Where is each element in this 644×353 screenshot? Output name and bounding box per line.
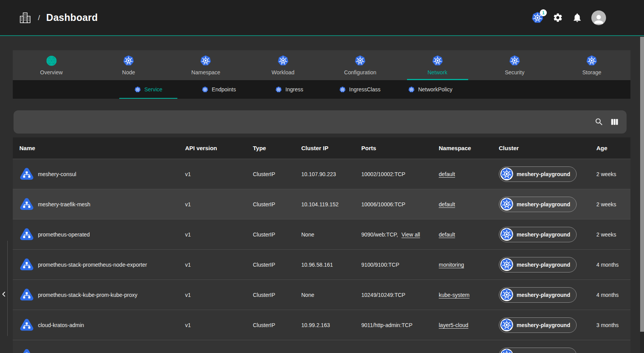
column-header-name[interactable]: Name <box>13 145 185 151</box>
dashboard-app: / Dashboard 1 Overview <box>0 0 644 353</box>
sub-tab-label: IngressClass <box>349 86 381 93</box>
column-header-ports[interactable]: Ports <box>361 145 439 151</box>
view-all-ports-link[interactable]: View all <box>402 231 420 238</box>
table-header-row: NameAPI versionTypeCluster IPPortsNamesp… <box>13 137 630 159</box>
namespace-link[interactable]: default <box>439 201 455 207</box>
resource-tab-label: Configuration <box>344 69 376 75</box>
sub-tab[interactable]: IngressClass <box>325 80 395 99</box>
cluster-cell: meshery-playground <box>499 348 596 353</box>
resource-tab[interactable]: Configuration <box>322 50 399 80</box>
resource-tab[interactable]: Security <box>476 50 553 80</box>
column-header-age[interactable]: Age <box>596 145 630 151</box>
ports-value: 10002/10002:TCP <box>361 171 405 177</box>
cluster-cell: meshery-playground <box>499 287 596 303</box>
namespace-link[interactable]: layer5-cloud <box>439 322 468 328</box>
sub-tab-label: NetworkPolicy <box>418 86 453 93</box>
meshery-icon <box>46 55 57 67</box>
namespace-link[interactable]: kube-system <box>439 292 469 298</box>
settings-gear-icon[interactable] <box>553 12 563 23</box>
age-cell: 3 months <box>596 322 630 328</box>
table-row[interactable]: prometheus-stack-kube-prom-kube-proxy v1… <box>13 279 630 310</box>
view-columns-icon[interactable] <box>610 117 619 127</box>
cluster-chip[interactable]: meshery-playground <box>499 287 577 303</box>
kubernetes-icon <box>123 55 134 67</box>
service-name: prometheus-stack-kube-prom-kube-proxy <box>38 292 137 298</box>
ports-cell: 9090/web:TCP,View all <box>361 231 439 238</box>
table-row[interactable]: meshery-traefik-mesh v1 ClusterIP 10.104… <box>13 189 630 219</box>
column-header-cluster[interactable]: Cluster <box>499 145 596 151</box>
kubernetes-context-button[interactable]: 1 <box>531 12 544 24</box>
api-version-cell: v1 <box>185 322 253 328</box>
sub-tab[interactable]: Ingress <box>254 80 325 99</box>
name-cell: prometheus-stack-prometheus-node-exporte… <box>13 257 185 272</box>
column-header-cluster-ip[interactable]: Cluster IP <box>301 145 361 151</box>
user-avatar[interactable] <box>591 10 606 25</box>
resource-tab[interactable]: Network <box>399 50 476 80</box>
api-version-cell: v1 <box>185 171 253 177</box>
cluster-chip[interactable]: meshery-playground <box>499 317 577 333</box>
breadcrumb-separator: / <box>38 14 40 22</box>
age-cell: 2 weeks <box>596 201 630 207</box>
resource-tab-label: Overview <box>40 69 63 75</box>
ports-cell: 10002/10002:TCP <box>361 171 439 177</box>
sub-tab-selected-indicator <box>331 98 389 99</box>
breadcrumb: / Dashboard <box>19 0 98 35</box>
search-icon[interactable] <box>594 117 604 127</box>
cluster-ip-cell: None <box>301 231 361 238</box>
sub-tab[interactable]: Service <box>113 80 184 99</box>
resource-tab-label: Network <box>428 69 447 75</box>
sub-tab[interactable]: NetworkPolicy <box>395 80 465 99</box>
column-header-type[interactable]: Type <box>253 145 301 151</box>
type-cell: ClusterIP <box>253 322 301 328</box>
table-row[interactable]: prometheus-operated v1 ClusterIP None 90… <box>13 219 630 249</box>
namespace-link[interactable]: default <box>439 231 455 238</box>
cluster-ip-cell: 10.107.90.223 <box>301 171 361 177</box>
kubernetes-icon <box>275 86 282 93</box>
resource-tab[interactable]: Storage <box>553 50 630 80</box>
notifications-bell-icon[interactable] <box>572 12 582 23</box>
namespace-cell: default <box>439 171 499 177</box>
organization-building-icon[interactable] <box>19 11 32 24</box>
resource-tab[interactable]: Workload <box>244 50 321 80</box>
service-icon <box>19 318 34 332</box>
sidebar-collapse-chevron-icon[interactable] <box>0 289 7 300</box>
kubernetes-icon <box>509 55 520 67</box>
column-header-namespace[interactable]: Namespace <box>439 145 499 151</box>
cluster-chip[interactable]: meshery-playground <box>499 227 577 242</box>
resource-tab-icon <box>200 55 211 67</box>
ports-cell: 9100/9100:TCP <box>361 262 439 268</box>
cluster-chip[interactable]: meshery-playground <box>499 197 577 212</box>
kubernetes-icon <box>134 86 141 93</box>
namespace-link[interactable]: monitoring <box>439 262 464 268</box>
resource-tab[interactable]: Namespace <box>167 50 244 80</box>
resource-tab-label: Node <box>122 69 135 75</box>
table-row[interactable]: prometheus-stack-prometheus-node-exporte… <box>13 249 630 279</box>
age-cell: 2 weeks <box>596 171 630 177</box>
resource-tab-icon <box>509 55 520 67</box>
table-row[interactable]: meshery meshery-playground <box>13 340 630 353</box>
table-body: meshery-consul v1 ClusterIP 10.107.90.22… <box>13 159 630 353</box>
cluster-cell: meshery-playground <box>499 317 596 333</box>
page-scrollbar-thumb[interactable] <box>640 37 644 332</box>
cluster-cell: meshery-playground <box>499 227 596 242</box>
cluster-chip[interactable]: meshery-playground <box>499 166 577 182</box>
namespace-link[interactable]: default <box>439 171 455 177</box>
cluster-cell: meshery-playground <box>499 197 596 212</box>
sub-tab[interactable]: Endpoints <box>184 80 254 99</box>
resource-tab[interactable]: Node <box>90 50 167 80</box>
cluster-cell: meshery-playground <box>499 166 596 182</box>
service-name: meshery-traefik-mesh <box>38 201 90 207</box>
ports-value: 10006/10006:TCP <box>361 201 405 207</box>
resource-tab[interactable]: Overview <box>13 50 90 80</box>
resource-tab-icon <box>354 55 366 67</box>
table-row[interactable]: cloud-kratos-admin v1 ClusterIP 10.99.2.… <box>13 310 630 340</box>
name-cell: meshery-traefik-mesh <box>13 197 185 212</box>
sub-tab-selected-indicator <box>190 98 248 99</box>
cluster-chip[interactable]: meshery-playground <box>499 348 577 353</box>
cluster-ip-cell: 10.104.119.152 <box>301 201 361 207</box>
column-header-api-version[interactable]: API version <box>185 145 253 151</box>
cluster-chip[interactable]: meshery-playground <box>499 257 577 272</box>
service-name: prometheus-operated <box>38 231 90 238</box>
api-version-cell: v1 <box>185 262 253 268</box>
table-row[interactable]: meshery-consul v1 ClusterIP 10.107.90.22… <box>13 159 630 189</box>
